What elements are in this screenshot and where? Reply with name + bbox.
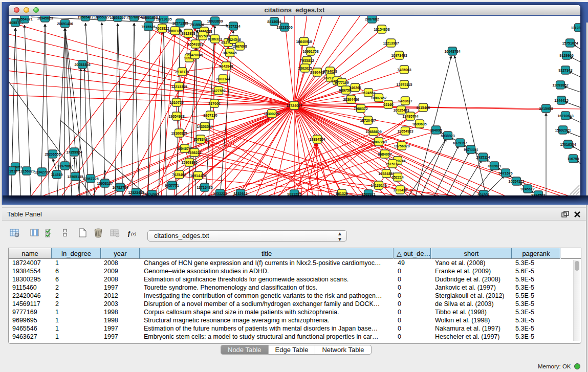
svg-text:13524851: 13524851 [378, 172, 394, 176]
svg-text:16640910: 16640910 [296, 40, 312, 43]
svg-text:20691406: 20691406 [57, 22, 73, 26]
svg-text:7625402: 7625402 [172, 173, 186, 177]
svg-text:116753: 116753 [568, 157, 579, 161]
svg-text:1253235: 1253235 [213, 192, 227, 195]
svg-text:(x): (x) [131, 231, 136, 236]
svg-text:7986372: 7986372 [354, 107, 367, 111]
svg-text:7663822: 7663822 [155, 27, 169, 30]
svg-text:13716485: 13716485 [197, 186, 212, 189]
svg-text:10653267: 10653267 [110, 16, 125, 19]
svg-text:924501: 924501 [477, 193, 489, 196]
svg-text:19218506: 19218506 [276, 26, 292, 29]
svg-text:15276024: 15276024 [126, 16, 142, 19]
svg-text:11123456: 11123456 [571, 26, 580, 30]
svg-text:19565412: 19565412 [77, 16, 93, 19]
svg-text:9498222: 9498222 [187, 151, 201, 155]
svg-text:3875645: 3875645 [223, 51, 236, 55]
svg-text:8235921: 8235921 [233, 192, 247, 195]
svg-text:7955812: 7955812 [300, 59, 314, 62]
svg-text:19654923: 19654923 [397, 129, 413, 133]
svg-text:6379197: 6379197 [453, 141, 467, 145]
svg-text:20053346: 20053346 [74, 63, 90, 67]
svg-text:746266: 746266 [349, 86, 361, 90]
svg-text:8471676: 8471676 [498, 171, 512, 175]
svg-text:17016504: 17016504 [560, 143, 576, 146]
svg-text:14136141: 14136141 [371, 184, 386, 187]
svg-text:2803144: 2803144 [216, 77, 230, 81]
svg-text:8990448: 8990448 [310, 71, 324, 74]
svg-text:9684067: 9684067 [378, 152, 391, 156]
svg-text:12342737: 12342737 [34, 170, 50, 174]
svg-text:1610755: 1610755 [169, 101, 183, 104]
svg-text:7515526: 7515526 [141, 25, 155, 29]
svg-text:3215958: 3215958 [539, 107, 553, 111]
svg-text:9699695: 9699695 [412, 122, 426, 126]
svg-text:9463627: 9463627 [398, 99, 412, 103]
svg-text:5938923: 5938923 [441, 134, 454, 138]
svg-text:1362625: 1362625 [298, 67, 312, 70]
svg-text:15720407: 15720407 [360, 119, 376, 122]
svg-text:12156829: 12156829 [18, 169, 34, 173]
svg-text:16914479: 16914479 [190, 174, 206, 178]
svg-text:9324546: 9324546 [227, 38, 241, 41]
svg-text:2087682: 2087682 [365, 17, 379, 21]
svg-text:164095: 164095 [430, 128, 442, 132]
svg-text:7485063: 7485063 [397, 68, 411, 72]
svg-text:12093852: 12093852 [552, 83, 568, 87]
svg-text:7632621: 7632621 [487, 164, 501, 168]
svg-text:16543382: 16543382 [187, 42, 203, 46]
svg-text:1615112: 1615112 [386, 162, 400, 166]
svg-text:62160: 62160 [383, 103, 394, 106]
svg-text:18724007: 18724007 [286, 104, 302, 107]
svg-text:15751074: 15751074 [562, 41, 578, 45]
svg-text:12505135: 12505135 [67, 175, 83, 179]
svg-text:9777169: 9777169 [335, 81, 349, 84]
svg-text:2935114: 2935114 [476, 156, 490, 159]
svg-text:13975887: 13975887 [57, 164, 73, 168]
svg-text:12323438: 12323438 [128, 191, 144, 194]
svg-text:14353594: 14353594 [197, 125, 212, 128]
svg-text:19756928: 19756928 [394, 144, 409, 148]
svg-text:9474444: 9474444 [464, 148, 477, 151]
svg-text:17957225: 17957225 [82, 177, 98, 181]
svg-text:8960124: 8960124 [168, 29, 182, 33]
svg-text:1583921: 1583921 [361, 192, 375, 196]
svg-text:19384554: 19384554 [309, 138, 325, 141]
svg-text:252214: 252214 [391, 176, 403, 179]
svg-text:10719185: 10719185 [156, 17, 171, 21]
svg-text:9457771: 9457771 [165, 184, 179, 187]
svg-text:817004: 817004 [208, 102, 220, 105]
svg-text:15909345: 15909345 [181, 161, 197, 164]
svg-text:18300295: 18300295 [264, 112, 279, 116]
svg-text:8427552: 8427552 [211, 89, 225, 93]
svg-text:661323: 661323 [336, 192, 347, 195]
svg-text:19166825: 19166825 [171, 132, 187, 135]
svg-text:9115460: 9115460 [417, 106, 430, 110]
svg-text:6794028: 6794028 [323, 70, 337, 73]
svg-text:16648784: 16648784 [444, 50, 460, 53]
svg-text:16033809: 16033809 [207, 19, 223, 23]
svg-text:1244415: 1244415 [554, 99, 568, 102]
svg-text:2718176: 2718176 [175, 70, 189, 74]
svg-text:9245612: 9245612 [520, 187, 534, 191]
svg-text:114519: 114519 [51, 173, 63, 177]
svg-text:12213967: 12213967 [383, 41, 399, 45]
svg-text:9242848: 9242848 [219, 64, 233, 68]
svg-text:20554371: 20554371 [16, 17, 32, 21]
svg-text:9824502: 9824502 [145, 193, 159, 196]
svg-text:18945623: 18945623 [37, 16, 53, 20]
svg-text:23420046: 23420046 [187, 53, 203, 57]
svg-text:18807249: 18807249 [371, 140, 386, 144]
svg-text:10688609: 10688609 [365, 130, 381, 134]
svg-text:16961758: 16961758 [302, 50, 318, 53]
svg-text:10654112: 10654112 [509, 180, 525, 183]
svg-text:13495744: 13495744 [402, 115, 418, 118]
svg-text:3624554: 3624554 [361, 91, 375, 95]
svg-text:8678342: 8678342 [193, 138, 207, 141]
svg-text:16154808: 16154808 [374, 28, 389, 31]
svg-text:3267130: 3267130 [203, 114, 217, 117]
svg-text:7515526: 7515526 [190, 23, 204, 27]
svg-text:20364436: 20364436 [343, 98, 359, 101]
svg-text:1733426: 1733426 [393, 188, 407, 192]
svg-text:7357224: 7357224 [226, 25, 240, 28]
